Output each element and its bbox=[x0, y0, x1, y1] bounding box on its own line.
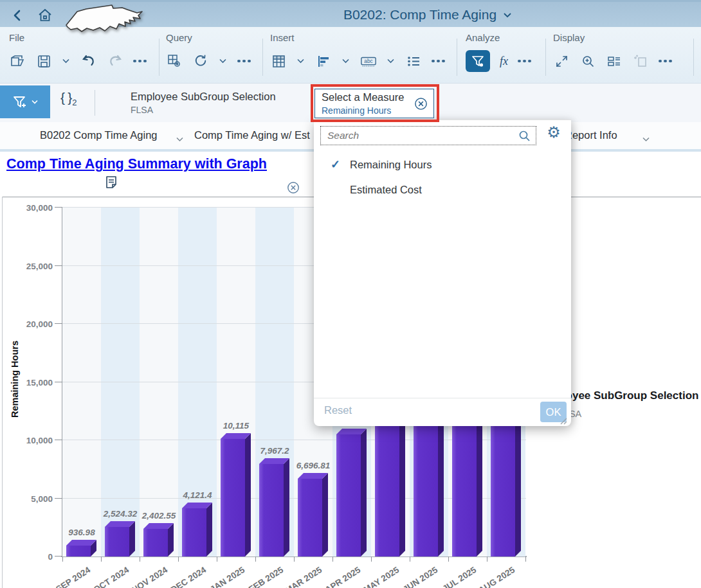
bar-side-face bbox=[168, 523, 174, 557]
save-menu-chevron-icon[interactable] bbox=[62, 58, 71, 64]
redo-icon[interactable] bbox=[107, 53, 123, 69]
insert-chart-chevron-icon[interactable] bbox=[341, 58, 350, 64]
x-axis-tick bbox=[332, 557, 333, 562]
variables-button[interactable]: { }2 bbox=[60, 90, 77, 107]
refresh-menu-chevron-icon[interactable] bbox=[219, 58, 228, 64]
checkmark-icon: ✓ bbox=[331, 157, 350, 172]
zoom-icon[interactable] bbox=[579, 53, 596, 69]
bar-jun-2025[interactable] bbox=[414, 422, 438, 557]
filter-bar-toggle-button-active[interactable] bbox=[466, 50, 490, 72]
insert-table-chevron-icon[interactable] bbox=[296, 58, 305, 64]
remove-filter-icon[interactable] bbox=[287, 181, 300, 197]
toolbar-separator bbox=[693, 39, 694, 76]
x-axis-tick bbox=[101, 557, 102, 562]
toolbar-section-display: Display bbox=[553, 32, 672, 75]
page-title: B0202: Comp Time Aging bbox=[343, 7, 496, 22]
y-axis-tick-label: 20,000 bbox=[1, 319, 53, 329]
insert-text-cell-icon[interactable]: abc bbox=[360, 53, 377, 69]
display-more-actions-icon[interactable] bbox=[659, 60, 672, 63]
filter-chip-value: FLSA bbox=[131, 105, 276, 116]
query-more-actions-icon[interactable] bbox=[237, 60, 251, 63]
remove-measure-filter-icon[interactable] bbox=[414, 97, 428, 113]
bar-nov-2024[interactable] bbox=[143, 529, 168, 557]
menu-item-remaining-hours[interactable]: ✓ Remaining Hours bbox=[314, 154, 571, 175]
x-axis-tick bbox=[410, 557, 410, 562]
x-axis-tick bbox=[371, 557, 372, 562]
nc-state-logo bbox=[64, 3, 145, 42]
report-info-chevron-icon[interactable] bbox=[642, 133, 650, 145]
x-axis-tick bbox=[294, 557, 295, 562]
filter-chip-employee-subgroup[interactable]: Employee SubGroup Selection FLSA bbox=[131, 91, 276, 116]
toolbar-separator bbox=[457, 39, 457, 76]
filter-chip-select-a-measure[interactable]: Select a Measure Remaining Hours bbox=[314, 89, 434, 118]
x-axis-tick bbox=[217, 557, 217, 562]
section-label-analyze: Analyze bbox=[466, 32, 531, 43]
page-layout-icon[interactable] bbox=[606, 53, 623, 69]
input-controls-doc-icon[interactable] bbox=[104, 175, 118, 193]
measure-chip-title: Select a Measure bbox=[322, 91, 428, 103]
y-axis-tick bbox=[55, 323, 62, 324]
tab-b0202-comp-time-aging[interactable]: B0202 Comp Time Aging bbox=[40, 129, 158, 141]
analyze-more-actions-icon[interactable] bbox=[518, 60, 531, 63]
plot-column-stripe bbox=[62, 208, 101, 557]
fullscreen-icon[interactable] bbox=[553, 53, 570, 69]
insert-more-actions-icon[interactable] bbox=[432, 60, 445, 63]
report-section-link[interactable]: Comp Time Aging Summary with Graph bbox=[6, 156, 267, 172]
bar-data-label: 4,121.4 bbox=[162, 490, 233, 500]
bar-mar-2025[interactable] bbox=[298, 479, 322, 557]
bar-aug-2025[interactable] bbox=[491, 422, 515, 557]
reset-button[interactable]: Reset bbox=[324, 404, 352, 416]
bar-feb-2025[interactable] bbox=[259, 464, 284, 557]
bar-jul-2025[interactable] bbox=[452, 422, 477, 557]
y-axis-tick bbox=[55, 382, 62, 382]
refresh-icon[interactable] bbox=[192, 53, 209, 69]
section-label-insert: Insert bbox=[270, 32, 445, 43]
insert-list-icon[interactable] bbox=[405, 53, 422, 69]
resize-handle-icon[interactable] bbox=[558, 416, 567, 427]
y-axis-tick-label: 30,000 bbox=[1, 203, 53, 213]
insert-text-chevron-icon[interactable] bbox=[387, 58, 396, 64]
y-axis-tick-label: 25,000 bbox=[1, 262, 53, 271]
settings-gear-icon[interactable]: ⚙ bbox=[544, 123, 563, 141]
formula-bar-icon[interactable]: fx bbox=[500, 55, 508, 68]
edit-query-icon[interactable] bbox=[166, 53, 183, 69]
toolbar-separator bbox=[545, 39, 546, 76]
bar-apr-2025[interactable] bbox=[336, 434, 361, 557]
undo-icon[interactable] bbox=[80, 53, 97, 69]
tab-chevron-icon[interactable] bbox=[176, 133, 184, 145]
bar-side-face bbox=[477, 416, 482, 557]
menu-item-estimated-cost[interactable]: Estimated Cost bbox=[314, 179, 571, 200]
measure-search-box[interactable] bbox=[320, 126, 536, 145]
bar-sep-2024[interactable] bbox=[66, 546, 91, 557]
measure-search-input[interactable] bbox=[321, 130, 518, 141]
bar-data-label: 6,696.81 bbox=[278, 461, 349, 470]
y-axis-tick bbox=[55, 265, 62, 266]
open-document-icon[interactable] bbox=[9, 53, 26, 69]
save-icon[interactable] bbox=[35, 53, 52, 69]
bar-side-face bbox=[361, 429, 367, 557]
bar-may-2025[interactable] bbox=[375, 422, 399, 557]
tab-comp-time-aging-w-est[interactable]: Comp Time Aging w/ Est bbox=[194, 129, 310, 141]
tab-report-info[interactable]: Report Info bbox=[565, 129, 617, 141]
insert-chart-icon[interactable] bbox=[315, 53, 332, 69]
menu-item-label: Remaining Hours bbox=[350, 159, 432, 171]
add-filter-chevron-icon bbox=[31, 99, 39, 105]
insert-table-icon[interactable] bbox=[270, 53, 287, 69]
bar-data-label: 936.98 bbox=[46, 528, 117, 537]
app-header: B0202: Comp Time Aging bbox=[0, 0, 701, 27]
title-chevron-down-icon[interactable] bbox=[503, 12, 512, 18]
add-filter-button[interactable] bbox=[0, 85, 50, 118]
section-label-query: Query bbox=[166, 32, 251, 43]
y-axis-tick bbox=[55, 440, 62, 440]
home-icon[interactable] bbox=[37, 8, 53, 26]
back-button[interactable] bbox=[12, 9, 23, 24]
bar-data-label: 7,967.2 bbox=[239, 446, 310, 456]
bar-side-face bbox=[322, 473, 328, 557]
y-axis-tick bbox=[55, 207, 62, 208]
toolbar-section-insert: Insert abc bbox=[270, 32, 445, 75]
filter-bar-divider bbox=[95, 90, 95, 116]
file-more-actions-icon[interactable] bbox=[133, 60, 147, 63]
svg-text:abc: abc bbox=[364, 58, 372, 64]
plot-column-stripe bbox=[140, 208, 178, 557]
search-icon[interactable] bbox=[518, 130, 531, 142]
